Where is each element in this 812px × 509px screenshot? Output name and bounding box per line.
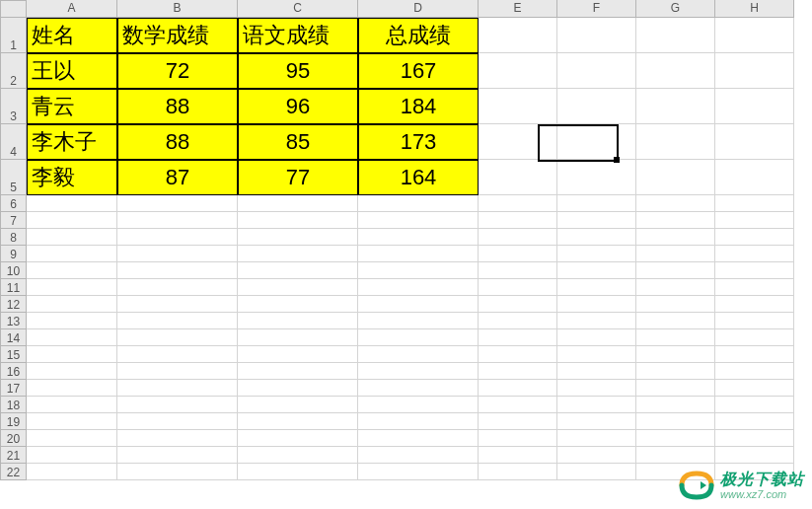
cell-a20[interactable]	[27, 430, 117, 447]
cell-e20[interactable]	[479, 430, 557, 447]
cell-b2[interactable]: 72	[117, 53, 238, 89]
cell-c2[interactable]: 95	[238, 53, 358, 89]
cell-a4[interactable]: 李木子	[27, 124, 117, 160]
cell-e6[interactable]	[479, 195, 557, 212]
cell-d19[interactable]	[358, 413, 479, 430]
cell-g17[interactable]	[636, 380, 715, 397]
cell-f14[interactable]	[557, 329, 636, 346]
cell-a17[interactable]	[27, 380, 117, 397]
cell-f18[interactable]	[557, 397, 636, 413]
cell-g8[interactable]	[636, 229, 715, 246]
cell-d4[interactable]: 173	[358, 124, 479, 160]
row-header-4[interactable]: 4	[0, 124, 27, 160]
cell-e4[interactable]	[479, 124, 557, 160]
cell-f20[interactable]	[557, 430, 636, 447]
cell-d13[interactable]	[358, 313, 479, 329]
cell-h18[interactable]	[715, 397, 794, 413]
cell-c6[interactable]	[238, 195, 358, 212]
cell-b9[interactable]	[117, 246, 238, 262]
cell-c3[interactable]: 96	[238, 89, 358, 124]
cell-b22[interactable]	[117, 464, 238, 480]
row-header-15[interactable]: 15	[0, 346, 27, 363]
cell-d18[interactable]	[358, 397, 479, 413]
cell-g1[interactable]	[636, 18, 715, 53]
cell-f3[interactable]	[557, 89, 636, 124]
cell-a16[interactable]	[27, 363, 117, 380]
cell-h17[interactable]	[715, 380, 794, 397]
cell-f4[interactable]	[557, 124, 636, 160]
cell-h9[interactable]	[715, 246, 794, 262]
col-header-a[interactable]: A	[27, 0, 117, 18]
cell-a15[interactable]	[27, 346, 117, 363]
cell-b14[interactable]	[117, 329, 238, 346]
cell-f16[interactable]	[557, 363, 636, 380]
cell-f19[interactable]	[557, 413, 636, 430]
cell-b15[interactable]	[117, 346, 238, 363]
cell-d22[interactable]	[358, 464, 479, 480]
cell-f15[interactable]	[557, 346, 636, 363]
cell-e21[interactable]	[479, 447, 557, 464]
cell-h16[interactable]	[715, 363, 794, 380]
cell-a1[interactable]: 姓名	[27, 18, 117, 53]
cell-c12[interactable]	[238, 296, 358, 313]
cell-f13[interactable]	[557, 313, 636, 329]
cell-c4[interactable]: 85	[238, 124, 358, 160]
cell-c16[interactable]	[238, 363, 358, 380]
col-header-b[interactable]: B	[117, 0, 238, 18]
cell-h6[interactable]	[715, 195, 794, 212]
cell-d17[interactable]	[358, 380, 479, 397]
cell-b20[interactable]	[117, 430, 238, 447]
cell-e14[interactable]	[479, 329, 557, 346]
cell-e10[interactable]	[479, 262, 557, 279]
cell-f17[interactable]	[557, 380, 636, 397]
cell-f6[interactable]	[557, 195, 636, 212]
cell-h8[interactable]	[715, 229, 794, 246]
cell-g14[interactable]	[636, 329, 715, 346]
row-header-11[interactable]: 11	[0, 279, 27, 296]
cell-f22[interactable]	[557, 464, 636, 480]
row-header-1[interactable]: 1	[0, 18, 27, 53]
cell-g12[interactable]	[636, 296, 715, 313]
row-header-7[interactable]: 7	[0, 212, 27, 229]
cell-c10[interactable]	[238, 262, 358, 279]
cell-h1[interactable]	[715, 18, 794, 53]
cell-g6[interactable]	[636, 195, 715, 212]
row-header-8[interactable]: 8	[0, 229, 27, 246]
row-header-12[interactable]: 12	[0, 296, 27, 313]
cell-e1[interactable]	[479, 18, 557, 53]
cell-c21[interactable]	[238, 447, 358, 464]
cell-f10[interactable]	[557, 262, 636, 279]
cell-e7[interactable]	[479, 212, 557, 229]
cell-g7[interactable]	[636, 212, 715, 229]
cell-h11[interactable]	[715, 279, 794, 296]
cell-c14[interactable]	[238, 329, 358, 346]
cell-a18[interactable]	[27, 397, 117, 413]
cell-h20[interactable]	[715, 430, 794, 447]
cell-g9[interactable]	[636, 246, 715, 262]
cell-a8[interactable]	[27, 229, 117, 246]
cell-d2[interactable]: 167	[358, 53, 479, 89]
cell-d14[interactable]	[358, 329, 479, 346]
cell-h3[interactable]	[715, 89, 794, 124]
cell-a12[interactable]	[27, 296, 117, 313]
col-header-f[interactable]: F	[557, 0, 636, 18]
cell-b6[interactable]	[117, 195, 238, 212]
cell-f12[interactable]	[557, 296, 636, 313]
cell-e16[interactable]	[479, 363, 557, 380]
cell-c7[interactable]	[238, 212, 358, 229]
cell-c13[interactable]	[238, 313, 358, 329]
cell-c9[interactable]	[238, 246, 358, 262]
cell-g18[interactable]	[636, 397, 715, 413]
cell-b10[interactable]	[117, 262, 238, 279]
cell-a5[interactable]: 李毅	[27, 160, 117, 195]
cell-a3[interactable]: 青云	[27, 89, 117, 124]
cell-h12[interactable]	[715, 296, 794, 313]
cell-b1[interactable]: 数学成绩	[117, 18, 238, 53]
cell-c8[interactable]	[238, 229, 358, 246]
cell-b3[interactable]: 88	[117, 89, 238, 124]
cell-c18[interactable]	[238, 397, 358, 413]
cell-a11[interactable]	[27, 279, 117, 296]
cell-c5[interactable]: 77	[238, 160, 358, 195]
cell-e17[interactable]	[479, 380, 557, 397]
cell-e3[interactable]	[479, 89, 557, 124]
